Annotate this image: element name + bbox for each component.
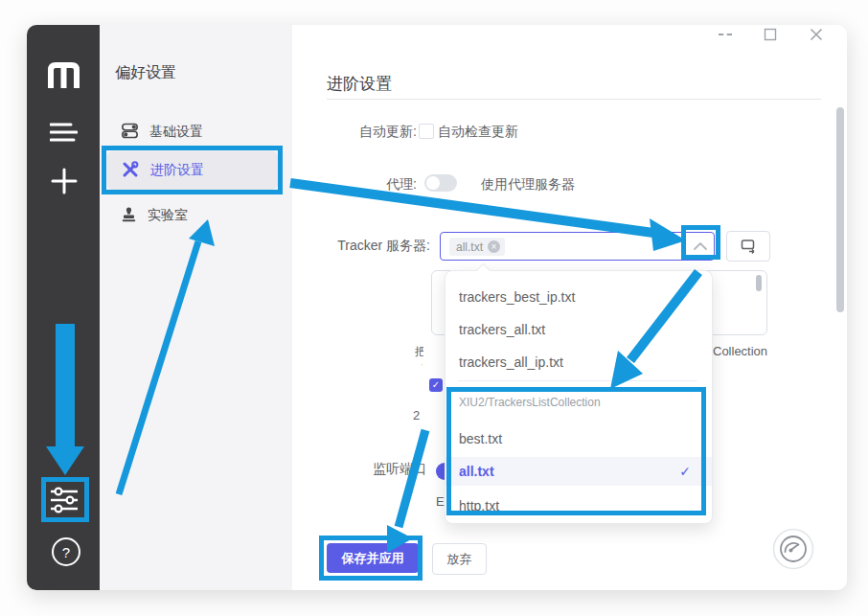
tag-close-icon[interactable]: × <box>488 240 500 253</box>
listen-port-label: 监听端口 <box>373 461 426 478</box>
question-mark-icon: ? <box>52 537 80 566</box>
proxy-label: 代理: <box>359 176 417 194</box>
proxy-toggle[interactable] <box>424 174 457 192</box>
preferences-sidebar <box>100 25 292 590</box>
close-button[interactable] <box>808 26 825 43</box>
tracker-dropdown-panel: trackers_best_ip.txt trackers_all.txt tr… <box>445 270 713 524</box>
dropdown-option[interactable]: trackers_all_ip.txt <box>445 348 712 376</box>
tracker-select-input[interactable]: all.txt × <box>440 232 715 261</box>
speed-limit-button[interactable] <box>772 528 814 570</box>
preferences-sliders-icon[interactable] <box>49 485 80 515</box>
proxy-toggle-label: 使用代理服务器 <box>481 176 575 194</box>
sidebar-item-lab[interactable]: 实验室 <box>115 200 285 231</box>
toggle-knob <box>426 176 440 190</box>
tracker-refresh-button[interactable] <box>726 231 770 262</box>
toggles-icon <box>122 123 138 142</box>
close-icon <box>810 28 823 41</box>
save-apply-button[interactable]: 保存并应用 <box>327 543 419 573</box>
tracker-label: Tracker 服务器: <box>316 238 430 255</box>
maximize-icon <box>764 28 777 41</box>
auto-update-label: 自动更新: <box>321 124 417 141</box>
sidebar-item-basic-settings[interactable]: 基础设置 <box>115 117 285 148</box>
maximize-button[interactable] <box>762 26 779 43</box>
dropdown-divider <box>458 380 697 381</box>
dropdown-option[interactable]: trackers_all.txt <box>445 315 712 344</box>
tools-icon <box>122 161 139 181</box>
dropdown-option[interactable]: trackers_best_ip.txt <box>445 283 712 311</box>
minimize-button[interactable] <box>715 27 736 42</box>
check-icon: ✓ <box>679 457 691 486</box>
sidebar-item-label: 实验室 <box>148 207 188 224</box>
page-title: 进阶设置 <box>327 73 392 95</box>
help-icon[interactable]: ? <box>52 537 80 566</box>
description-fragment-2: 〈 <box>415 357 423 374</box>
preferences-title: 偏好设置 <box>115 63 176 83</box>
main-scrollbar-thumb[interactable] <box>836 107 844 312</box>
number-fragment: 2 <box>413 408 420 422</box>
stamp-icon <box>122 206 136 225</box>
sidebar-item-advanced-settings[interactable]: 进阶设置 <box>107 151 278 190</box>
minimize-icon <box>719 34 732 35</box>
auto-update-checkbox[interactable] <box>419 124 434 139</box>
auto-update-checkbox-label: 自动检查更新 <box>438 124 518 141</box>
chevron-up-icon <box>694 242 707 250</box>
dropdown-option[interactable]: http.txt <box>445 491 712 520</box>
add-task-icon[interactable] <box>51 168 78 194</box>
dropdown-group-label: XIU2/TrackersListCollection <box>459 396 601 409</box>
sync-icon <box>741 239 757 254</box>
tracker-tag-text: all.txt <box>456 240 483 254</box>
description-tail-fragment: Collection <box>713 344 767 358</box>
dropdown-option[interactable]: best.txt <box>445 424 712 453</box>
task-list-menu-icon[interactable] <box>50 123 78 142</box>
tracker-collapse-button[interactable] <box>686 232 715 261</box>
dropdown-option-selected[interactable]: all.txt ✓ <box>445 457 712 486</box>
selected-option-label: all.txt <box>459 464 494 479</box>
sidebar-item-label: 进阶设置 <box>150 162 204 179</box>
screenshot-stage: ? 偏好设置 基础设置 进阶设置 <box>0 0 868 616</box>
speedometer-icon <box>772 528 814 570</box>
tracker-tag[interactable]: all.txt × <box>449 238 505 256</box>
discard-button[interactable]: 放弃 <box>432 543 487 575</box>
sync-checkbox-checked[interactable]: ✓ <box>429 378 443 392</box>
letter-fragment: E <box>436 494 445 509</box>
textarea-scrollbar-thumb[interactable] <box>756 275 762 291</box>
sidebar-item-label: 基础设置 <box>149 124 203 141</box>
motrix-logo-icon <box>46 60 81 95</box>
title-divider <box>327 99 821 100</box>
